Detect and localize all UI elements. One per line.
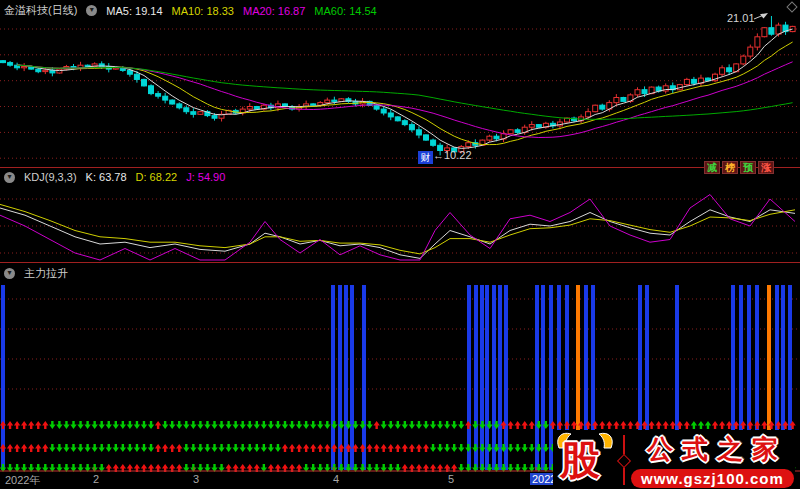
ma10-value: MA10: 18.33 [172, 5, 234, 17]
timeline-label: 4 [333, 473, 339, 485]
timeline-label: 2022年 [5, 473, 40, 488]
tag-rise-button[interactable]: 涨 [758, 161, 774, 174]
ma5-value: MA5: 19.14 [106, 5, 162, 17]
ma20-value: MA20: 16.87 [243, 5, 305, 17]
watermark-site-name: 公式之家 [638, 432, 787, 467]
stock-title: 金溢科技(日线) [4, 3, 77, 18]
high-price-annotation: 21.01 [727, 12, 755, 24]
tag-rank-button[interactable]: 榜 [722, 161, 738, 174]
timeline-label: 5 [448, 473, 454, 485]
kdj-title: KDJ(9,3,3) [24, 171, 77, 183]
tag-reduce-button[interactable]: 减 [704, 161, 720, 174]
ma60-value: MA60: 14.54 [314, 5, 376, 17]
signal-panel-header: 主力拉升 [4, 266, 68, 281]
collapse-signal-icon[interactable] [4, 268, 15, 279]
timeline-label: 3 [193, 473, 199, 485]
main-panel-header: 金溢科技(日线) MA5: 19.14 MA10: 18.33 MA20: 16… [4, 3, 377, 18]
kdj-panel-header: KDJ(9,3,3) K: 63.78 D: 68.22 J: 54.90 [4, 171, 225, 183]
financial-report-badge[interactable]: 财 [418, 151, 433, 164]
kdj-k-value: K: 63.78 [86, 171, 127, 183]
tag-forecast-button[interactable]: 预 [740, 161, 756, 174]
kdj-d-value: D: 68.22 [136, 171, 178, 183]
signal-panel-title: 主力拉升 [24, 266, 68, 281]
diamond-icon [617, 453, 631, 467]
kdj-j-value: J: 54.90 [186, 171, 225, 183]
bull-logo: 股 [553, 431, 617, 489]
low-price-annotation: ←10.22 [433, 149, 472, 161]
chart-canvas[interactable] [0, 0, 800, 489]
timeline-label: 2 [93, 473, 99, 485]
watermark-logo-char: 股 [560, 437, 600, 485]
stock-chart-app: 金溢科技(日线) MA5: 19.14 MA10: 18.33 MA20: 16… [0, 0, 800, 489]
watermark: 股 公式之家 www.gszj100.com [553, 430, 795, 489]
collapse-panel-icon[interactable] [86, 5, 97, 16]
quick-tag-toolbar: 减 榜 预 涨 [704, 161, 774, 174]
watermark-site-url[interactable]: www.gszj100.com [631, 469, 794, 488]
collapse-kdj-icon[interactable] [4, 172, 15, 183]
watermark-divider [623, 435, 625, 485]
